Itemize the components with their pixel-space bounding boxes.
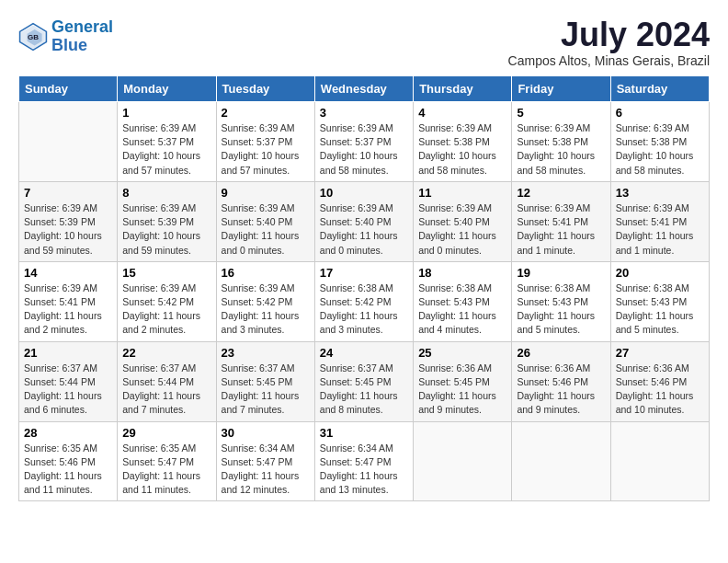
day-number: 22 bbox=[122, 346, 210, 360]
day-info: Sunrise: 6:38 AM Sunset: 5:43 PM Dayligh… bbox=[517, 282, 605, 338]
day-number: 5 bbox=[517, 106, 605, 120]
calendar-week-row: 21Sunrise: 6:37 AM Sunset: 5:44 PM Dayli… bbox=[19, 341, 710, 421]
calendar-cell: 1Sunrise: 6:39 AM Sunset: 5:37 PM Daylig… bbox=[118, 102, 216, 182]
day-number: 6 bbox=[616, 106, 704, 120]
calendar-cell: 9Sunrise: 6:39 AM Sunset: 5:40 PM Daylig… bbox=[216, 181, 314, 261]
day-number: 9 bbox=[222, 186, 310, 200]
day-number: 21 bbox=[24, 346, 112, 360]
calendar-table: SundayMondayTuesdayWednesdayThursdayFrid… bbox=[18, 75, 710, 501]
day-number: 10 bbox=[320, 186, 408, 200]
day-number: 13 bbox=[616, 186, 704, 200]
day-info: Sunrise: 6:37 AM Sunset: 5:45 PM Dayligh… bbox=[320, 362, 408, 418]
calendar-cell: 12Sunrise: 6:39 AM Sunset: 5:41 PM Dayli… bbox=[512, 181, 610, 261]
calendar-cell: 3Sunrise: 6:39 AM Sunset: 5:37 PM Daylig… bbox=[314, 102, 413, 182]
calendar-cell: 18Sunrise: 6:38 AM Sunset: 5:43 PM Dayli… bbox=[414, 261, 512, 341]
calendar-cell: 2Sunrise: 6:39 AM Sunset: 5:37 PM Daylig… bbox=[216, 102, 314, 182]
weekday-header-row: SundayMondayTuesdayWednesdayThursdayFrid… bbox=[19, 76, 710, 102]
logo-icon: GB bbox=[18, 22, 48, 52]
weekday-header: Saturday bbox=[610, 76, 709, 102]
weekday-header: Friday bbox=[512, 76, 610, 102]
calendar-cell: 22Sunrise: 6:37 AM Sunset: 5:44 PM Dayli… bbox=[118, 341, 216, 421]
calendar-cell: 13Sunrise: 6:39 AM Sunset: 5:41 PM Dayli… bbox=[610, 181, 709, 261]
day-info: Sunrise: 6:37 AM Sunset: 5:44 PM Dayligh… bbox=[122, 362, 210, 418]
day-info: Sunrise: 6:39 AM Sunset: 5:37 PM Dayligh… bbox=[122, 121, 210, 178]
day-number: 18 bbox=[418, 266, 506, 280]
day-info: Sunrise: 6:38 AM Sunset: 5:43 PM Dayligh… bbox=[418, 282, 506, 338]
day-info: Sunrise: 6:39 AM Sunset: 5:40 PM Dayligh… bbox=[222, 201, 310, 258]
day-number: 24 bbox=[320, 346, 408, 360]
calendar-cell: 30Sunrise: 6:34 AM Sunset: 5:47 PM Dayli… bbox=[216, 421, 314, 501]
calendar-cell bbox=[512, 421, 610, 501]
calendar-cell: 5Sunrise: 6:39 AM Sunset: 5:38 PM Daylig… bbox=[512, 102, 610, 182]
day-number: 26 bbox=[517, 346, 605, 360]
day-info: Sunrise: 6:35 AM Sunset: 5:46 PM Dayligh… bbox=[24, 442, 112, 498]
calendar-cell: 17Sunrise: 6:38 AM Sunset: 5:42 PM Dayli… bbox=[314, 261, 413, 341]
day-info: Sunrise: 6:38 AM Sunset: 5:43 PM Dayligh… bbox=[616, 282, 704, 338]
calendar-cell: 20Sunrise: 6:38 AM Sunset: 5:43 PM Dayli… bbox=[610, 261, 709, 341]
calendar-cell: 24Sunrise: 6:37 AM Sunset: 5:45 PM Dayli… bbox=[314, 341, 413, 421]
calendar-week-row: 1Sunrise: 6:39 AM Sunset: 5:37 PM Daylig… bbox=[19, 102, 710, 182]
day-info: Sunrise: 6:39 AM Sunset: 5:41 PM Dayligh… bbox=[517, 201, 605, 258]
day-info: Sunrise: 6:39 AM Sunset: 5:38 PM Dayligh… bbox=[517, 121, 605, 178]
logo: GB General Blue bbox=[18, 18, 113, 55]
calendar-cell: 21Sunrise: 6:37 AM Sunset: 5:44 PM Dayli… bbox=[19, 341, 118, 421]
day-number: 23 bbox=[222, 346, 310, 360]
calendar-week-row: 28Sunrise: 6:35 AM Sunset: 5:46 PM Dayli… bbox=[19, 421, 710, 501]
weekday-header: Thursday bbox=[414, 76, 512, 102]
calendar-cell: 8Sunrise: 6:39 AM Sunset: 5:39 PM Daylig… bbox=[118, 181, 216, 261]
calendar-cell: 29Sunrise: 6:35 AM Sunset: 5:47 PM Dayli… bbox=[118, 421, 216, 501]
svg-text:GB: GB bbox=[28, 33, 39, 41]
day-info: Sunrise: 6:39 AM Sunset: 5:37 PM Dayligh… bbox=[222, 121, 310, 178]
calendar-cell: 19Sunrise: 6:38 AM Sunset: 5:43 PM Dayli… bbox=[512, 261, 610, 341]
logo-text: General Blue bbox=[51, 18, 113, 55]
day-info: Sunrise: 6:38 AM Sunset: 5:42 PM Dayligh… bbox=[320, 282, 408, 338]
day-info: Sunrise: 6:34 AM Sunset: 5:47 PM Dayligh… bbox=[320, 442, 408, 498]
calendar-cell: 15Sunrise: 6:39 AM Sunset: 5:42 PM Dayli… bbox=[118, 261, 216, 341]
day-number: 16 bbox=[222, 266, 310, 280]
location: Campos Altos, Minas Gerais, Brazil bbox=[508, 53, 710, 68]
calendar-cell: 25Sunrise: 6:36 AM Sunset: 5:45 PM Dayli… bbox=[414, 341, 512, 421]
day-info: Sunrise: 6:39 AM Sunset: 5:40 PM Dayligh… bbox=[320, 201, 408, 258]
calendar-cell bbox=[610, 421, 709, 501]
calendar-week-row: 14Sunrise: 6:39 AM Sunset: 5:41 PM Dayli… bbox=[19, 261, 710, 341]
calendar-cell: 28Sunrise: 6:35 AM Sunset: 5:46 PM Dayli… bbox=[19, 421, 118, 501]
calendar-cell: 23Sunrise: 6:37 AM Sunset: 5:45 PM Dayli… bbox=[216, 341, 314, 421]
calendar-cell: 26Sunrise: 6:36 AM Sunset: 5:46 PM Dayli… bbox=[512, 341, 610, 421]
day-number: 20 bbox=[616, 266, 704, 280]
day-info: Sunrise: 6:39 AM Sunset: 5:41 PM Dayligh… bbox=[616, 201, 704, 258]
day-info: Sunrise: 6:35 AM Sunset: 5:47 PM Dayligh… bbox=[122, 442, 210, 498]
day-number: 7 bbox=[24, 186, 112, 200]
calendar-cell: 4Sunrise: 6:39 AM Sunset: 5:38 PM Daylig… bbox=[414, 102, 512, 182]
day-number: 30 bbox=[222, 426, 310, 440]
logo-line1: General bbox=[51, 17, 113, 36]
day-number: 11 bbox=[418, 186, 506, 200]
day-number: 28 bbox=[24, 426, 112, 440]
day-info: Sunrise: 6:39 AM Sunset: 5:39 PM Dayligh… bbox=[122, 201, 210, 258]
calendar-cell: 11Sunrise: 6:39 AM Sunset: 5:40 PM Dayli… bbox=[414, 181, 512, 261]
day-info: Sunrise: 6:39 AM Sunset: 5:37 PM Dayligh… bbox=[320, 121, 408, 178]
day-info: Sunrise: 6:39 AM Sunset: 5:40 PM Dayligh… bbox=[418, 201, 506, 258]
day-number: 1 bbox=[122, 106, 210, 120]
calendar-cell bbox=[19, 102, 118, 182]
calendar-week-row: 7Sunrise: 6:39 AM Sunset: 5:39 PM Daylig… bbox=[19, 181, 710, 261]
calendar-cell: 27Sunrise: 6:36 AM Sunset: 5:46 PM Dayli… bbox=[610, 341, 709, 421]
weekday-header: Sunday bbox=[19, 76, 118, 102]
day-info: Sunrise: 6:39 AM Sunset: 5:41 PM Dayligh… bbox=[24, 282, 112, 338]
calendar-cell bbox=[414, 421, 512, 501]
day-number: 4 bbox=[418, 106, 506, 120]
calendar-cell: 14Sunrise: 6:39 AM Sunset: 5:41 PM Dayli… bbox=[19, 261, 118, 341]
calendar-cell: 16Sunrise: 6:39 AM Sunset: 5:42 PM Dayli… bbox=[216, 261, 314, 341]
weekday-header: Wednesday bbox=[314, 76, 413, 102]
day-number: 8 bbox=[122, 186, 210, 200]
calendar-cell: 7Sunrise: 6:39 AM Sunset: 5:39 PM Daylig… bbox=[19, 181, 118, 261]
title-block: July 2024 Campos Altos, Minas Gerais, Br… bbox=[508, 18, 710, 68]
day-number: 29 bbox=[122, 426, 210, 440]
month-year: July 2024 bbox=[508, 18, 710, 52]
day-number: 3 bbox=[320, 106, 408, 120]
day-info: Sunrise: 6:39 AM Sunset: 5:38 PM Dayligh… bbox=[418, 121, 506, 178]
day-number: 14 bbox=[24, 266, 112, 280]
day-number: 27 bbox=[616, 346, 704, 360]
page-header: GB General Blue July 2024 Campos Altos, … bbox=[18, 18, 710, 68]
day-info: Sunrise: 6:39 AM Sunset: 5:39 PM Dayligh… bbox=[24, 201, 112, 258]
day-number: 25 bbox=[418, 346, 506, 360]
